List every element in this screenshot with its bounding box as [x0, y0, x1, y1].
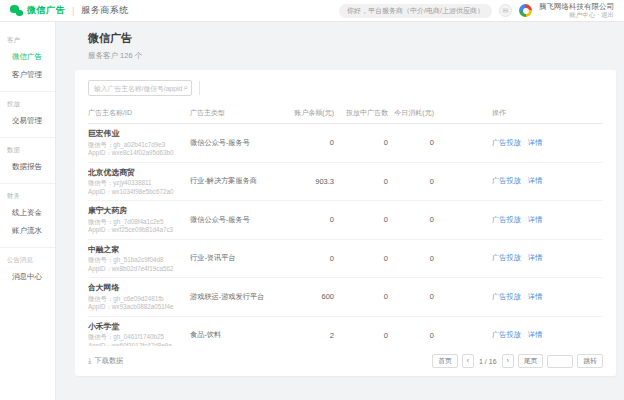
advertiser-type-line1: 行业-资讯平台 — [190, 253, 278, 263]
search-input[interactable] — [94, 85, 184, 92]
pagination-info: 1 / 16 — [479, 358, 497, 365]
ad-delivery-link[interactable]: 广告投放 — [492, 253, 521, 262]
balance-cell: 0 — [282, 215, 334, 224]
page-subtitle: 服务客户 126 个 — [88, 51, 624, 61]
sidebar-item-00[interactable]: 微信广告 — [0, 48, 55, 66]
advertiser-type-line1: 食品-饮料 — [190, 330, 278, 340]
table-row: 中融之家微信号：gh_51ba2c9f04d8AppID：wx8b02d7e4f… — [88, 240, 603, 279]
advertiser-appid: AppID：wxe8c14f02a95d63b0 — [88, 149, 190, 158]
account-actions[interactable]: 账户中心 · 退出 — [539, 11, 614, 19]
advertiser-table: 广告主名称/ID广告主类型账户余额(元)投放中广告数今日消耗(元)操作 巨宏伟业… — [88, 104, 603, 346]
search-icon[interactable]: ⌕ — [184, 84, 188, 92]
detail-link[interactable]: 详情 — [528, 253, 542, 262]
ad-delivery-link[interactable]: 广告投放 — [492, 138, 521, 147]
sidebar-item-10[interactable]: 客户管理 — [0, 66, 55, 84]
ad-delivery-link[interactable]: 广告投放 — [492, 292, 521, 301]
advertiser-table-card: ⌕ 广告主名称/ID广告主类型账户余额(元)投放中广告数今日消耗(元)操作 巨宏… — [75, 70, 616, 376]
active-ads-cell: 0 — [334, 138, 388, 147]
advertiser-type: 行业-资讯平台 — [190, 253, 282, 263]
ad-delivery-link[interactable]: 广告投放 — [492, 330, 521, 339]
advertiser-type-line1: 游戏联运-游戏发行平台 — [190, 292, 278, 302]
sidebar-section: 数据数据报告 — [0, 138, 55, 184]
detail-link[interactable]: 详情 — [528, 292, 542, 301]
advertiser-cell: 北京优选商贸微信号：yzjy40338811AppID：wx1034f98e5b… — [88, 167, 190, 197]
advertiser-name: 小禾学堂 — [88, 321, 190, 332]
detail-link[interactable]: 详情 — [528, 138, 542, 147]
search-divider — [199, 81, 200, 95]
advertiser-appid: AppID：wx1034f98e5bc672a0 — [88, 188, 190, 197]
advertiser-wxid: 微信号：gh_7d08f4a1c2e5 — [88, 218, 190, 227]
advertiser-type: 食品-饮料 — [190, 330, 282, 340]
advertiser-appid: AppID：wx8b02d7e4f19ca562 — [88, 265, 190, 274]
detail-link[interactable]: 详情 — [528, 330, 542, 339]
actions-cell: 广告投放详情 — [434, 138, 603, 148]
pagination-prev-button[interactable]: ‹ — [462, 354, 474, 368]
active-ads-cell: 0 — [334, 292, 388, 301]
today-spend-cell: 0 — [388, 177, 434, 186]
advertiser-name: 康宁大药房 — [88, 205, 190, 216]
active-ads-cell: 0 — [334, 254, 388, 263]
column-header: 账户余额(元) — [282, 108, 334, 118]
today-spend-cell: 0 — [388, 331, 434, 340]
ad-delivery-link[interactable]: 广告投放 — [492, 215, 521, 224]
table-row: 小禾学堂微信号：gh_0461f1740b25AppID：wx60f3012fc… — [88, 317, 603, 347]
actions-cell: 广告投放详情 — [434, 330, 603, 340]
balance-cell: 0 — [282, 138, 334, 147]
advertiser-type: 游戏联运-游戏发行平台 — [190, 292, 282, 302]
pagination-last-button[interactable]: 尾页 — [518, 354, 544, 368]
sidebar-section-header: 投放 — [0, 97, 55, 112]
pagination-first-button[interactable]: 首页 — [432, 354, 458, 368]
actions-cell: 广告投放详情 — [434, 292, 603, 302]
table-row: 康宁大药房微信号：gh_7d08f4a1c2e5AppID：wxf25ce09b… — [88, 201, 603, 240]
advertiser-name: 中融之家 — [88, 244, 190, 255]
brand-logo-group[interactable]: 微信广告 | 服务商系统 — [10, 4, 129, 17]
sidebar-item-04[interactable]: 消息中心 — [0, 268, 55, 286]
pagination-page-input[interactable] — [547, 355, 573, 368]
system-name: 服务商系统 — [81, 4, 129, 17]
top-bar: 微信广告 | 服务商系统 你好，平台服务商（中介/电商/上游供应商） ✉ 腾飞网… — [0, 0, 624, 22]
wechat-logo-icon — [10, 5, 23, 16]
sidebar-item-03[interactable]: 线上资金 — [0, 204, 55, 222]
advertiser-wxid: 微信号：gh_51ba2c9f04d8 — [88, 256, 190, 265]
page-title: 微信广告 — [88, 31, 624, 46]
advertiser-cell: 康宁大药房微信号：gh_7d08f4a1c2e5AppID：wxf25ce09b… — [88, 205, 190, 235]
table-row: 北京优选商贸微信号：yzjy40338811AppID：wx1034f98e5b… — [88, 163, 603, 202]
advertiser-type: 行业-解决方案服务商 — [190, 176, 282, 186]
table-body: 巨宏伟业微信号：gh_a02b41c7d9e3AppID：wxe8c14f02a… — [88, 124, 603, 346]
table-row: 合大网络微信号：gh_c6e09d2481fbAppID：wx93acb0882… — [88, 278, 603, 317]
brand-name: 微信广告 — [27, 4, 65, 17]
download-label: 下载数据 — [95, 356, 124, 366]
advertiser-appid: AppID：wxf25ce09b81d4a7c3 — [88, 226, 190, 235]
pagination-jump-button[interactable]: 跳转 — [577, 354, 603, 368]
advertiser-cell: 中融之家微信号：gh_51ba2c9f04d8AppID：wx8b02d7e4f… — [88, 244, 190, 274]
ad-delivery-link[interactable]: 广告投放 — [492, 176, 521, 185]
today-spend-cell: 0 — [388, 292, 434, 301]
advertiser-cell: 合大网络微信号：gh_c6e09d2481fbAppID：wx93acb0882… — [88, 282, 190, 312]
download-data-button[interactable]: ⤓ 下载数据 — [88, 356, 123, 366]
main-content: 微信广告 服务客户 126 个 ⌕ 广告主名称/ID广告主类型账户余额(元)投放… — [56, 22, 624, 400]
sidebar-section: 公告消息消息中心 — [0, 248, 55, 293]
today-spend-cell: 0 — [388, 138, 434, 147]
pagination-next-button[interactable]: › — [502, 354, 514, 368]
detail-link[interactable]: 详情 — [528, 215, 542, 224]
advertiser-appid: AppID：wx93acb0882a051f4e — [88, 303, 190, 312]
organization-avatar[interactable] — [519, 4, 532, 17]
advertiser-type-line1: 微信公众号-服务号 — [190, 215, 278, 225]
sidebar-item-13[interactable]: 账户流水 — [0, 222, 55, 240]
advertiser-wxid: 微信号：gh_a02b41c7d9e3 — [88, 141, 190, 150]
advertiser-type-line1: 行业-解决方案服务商 — [190, 176, 278, 186]
advertiser-search-box[interactable]: ⌕ — [88, 80, 192, 96]
message-icon[interactable]: ✉ — [499, 4, 512, 17]
column-header: 今日消耗(元) — [388, 108, 434, 118]
pagination: 首页 ‹ 1 / 16 › 尾页 跳转 — [432, 354, 603, 368]
sidebar-section-header: 公告消息 — [0, 253, 55, 268]
sidebar-item-01[interactable]: 交易管理 — [0, 112, 55, 130]
column-header: 广告主名称/ID — [88, 108, 190, 118]
advertiser-name: 北京优选商贸 — [88, 167, 190, 178]
sidebar-section-header: 数据 — [0, 143, 55, 158]
detail-link[interactable]: 详情 — [528, 176, 542, 185]
sidebar-item-02[interactable]: 数据报告 — [0, 158, 55, 176]
advertiser-wxid: 微信号：yzjy40338811 — [88, 179, 190, 188]
account-menu[interactable]: 腾飞网络科技有限公司 账户中心 · 退出 — [539, 2, 614, 20]
balance-cell: 0 — [282, 254, 334, 263]
